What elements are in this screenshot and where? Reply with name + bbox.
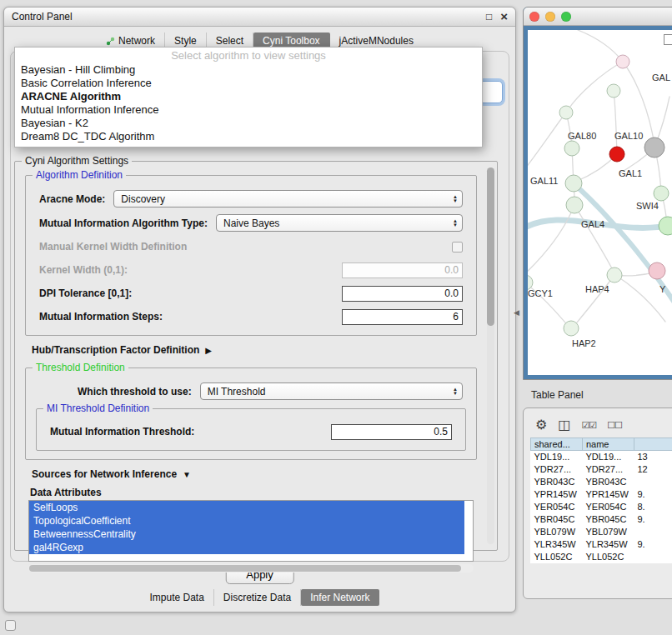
table-cell[interactable]: YLL052C <box>531 551 583 563</box>
algorithm-option-aracne-algorithm[interactable]: ARACNE Algorithm <box>15 90 482 103</box>
table-cell[interactable]: 9. <box>634 513 672 526</box>
table-row[interactable]: YBR043CYBR043C <box>531 476 672 488</box>
table-cell[interactable]: 12 <box>634 463 672 476</box>
table-cell[interactable]: YBR045C <box>531 513 583 526</box>
network-edge[interactable] <box>528 205 574 276</box>
manual-kernel-checkbox[interactable] <box>452 242 463 252</box>
network-edge[interactable] <box>614 91 617 152</box>
float-window-icon[interactable]: □ <box>486 11 492 22</box>
algorithm-option-dream8-dc-tdc-algorithm[interactable]: Dream8 DC_TDC Algorithm <box>15 130 482 143</box>
dpi-tolerance-input[interactable]: 0.0 <box>342 286 463 302</box>
network-node[interactable] <box>564 141 579 156</box>
table-cell[interactable]: YLR345W <box>531 538 583 551</box>
attribute-topologicalcoefficient[interactable]: TopologicalCoefficient <box>29 514 464 528</box>
algorithm-option-basic-correlation-inference[interactable]: Basic Correlation Inference <box>15 77 482 90</box>
hub-definition-section[interactable]: Hub/Transcription Factor Definition ▶ <box>32 344 470 356</box>
overview-box[interactable] <box>664 34 672 45</box>
settings-gear-icon[interactable]: ⚙ <box>535 418 547 432</box>
table-row[interactable]: YBL079WYBL079W <box>531 526 672 538</box>
table-cell[interactable]: 9. <box>634 488 672 501</box>
settings-scrollbar-thumb[interactable] <box>487 168 494 326</box>
table-cell[interactable]: YLL052C <box>582 551 634 563</box>
column-header[interactable]: name <box>582 438 634 451</box>
table-cell[interactable]: YBR043C <box>582 476 634 488</box>
close-button[interactable] <box>529 12 539 22</box>
dock-panel-icon[interactable] <box>5 620 16 631</box>
table-cell[interactable]: 8. <box>634 501 672 513</box>
network-canvas[interactable]: GALGAL80GAL10GAL11GAL1SWI4GAL4GCY1HAP4YH… <box>528 30 672 375</box>
network-edge[interactable] <box>578 30 623 62</box>
network-node[interactable] <box>607 84 620 98</box>
table-row[interactable]: YER054CYER054C8. <box>531 501 672 513</box>
table-cell[interactable] <box>634 551 672 563</box>
column-header[interactable] <box>634 438 672 451</box>
network-edge[interactable] <box>528 110 568 172</box>
attribute-betweennesscentrality[interactable]: BetweennessCentrality <box>29 528 464 541</box>
network-node[interactable] <box>564 321 579 336</box>
algorithm-option-mutual-information-inference[interactable]: Mutual Information Inference <box>15 103 482 117</box>
expand-right-icon[interactable]: ▶ <box>205 346 212 355</box>
network-node[interactable] <box>649 262 665 279</box>
mi-threshold-input[interactable]: 0.5 <box>331 424 452 440</box>
network-node[interactable] <box>654 186 669 201</box>
control-panel-titlebar[interactable]: Control Panel □ × <box>4 8 515 27</box>
table-cell[interactable]: YPR145W <box>582 488 634 501</box>
table-row[interactable]: YDR27...YDR27...12 <box>531 463 672 476</box>
mi-steps-input[interactable]: 6 <box>342 309 463 325</box>
panel-splitter-handle[interactable]: ◀ <box>514 308 519 317</box>
network-node[interactable] <box>659 217 672 235</box>
table-row[interactable]: YLL052CYLL052C <box>531 551 672 563</box>
columns-icon[interactable]: ◫ <box>558 418 570 432</box>
table-row[interactable]: YLR345WYLR345W9. <box>531 538 672 551</box>
minimize-button[interactable] <box>545 12 555 22</box>
aracne-mode-select[interactable]: Discovery ▲▼ <box>113 190 463 208</box>
network-node[interactable] <box>616 55 629 68</box>
table-cell[interactable]: 9. <box>634 538 672 551</box>
table-row[interactable]: YBR045CYBR045C9. <box>531 513 672 526</box>
table-cell[interactable] <box>634 526 672 538</box>
table-cell[interactable] <box>634 476 672 488</box>
bottom-tab-impute-data[interactable]: Impute Data <box>140 589 213 606</box>
mi-type-select[interactable]: Naive Bayes ▲▼ <box>216 214 463 232</box>
unselect-columns-icon[interactable]: ☐☐ <box>607 418 622 432</box>
table-cell[interactable]: YDR27... <box>582 463 634 476</box>
select-columns-icon[interactable]: ☑☑ <box>581 418 596 432</box>
kernel-width-input[interactable]: 0.0 <box>342 262 463 278</box>
attributes-hscrollbar[interactable] <box>28 564 474 572</box>
table-cell[interactable]: YLR345W <box>582 538 634 551</box>
table-cell[interactable]: YBL079W <box>531 526 583 538</box>
attributes-hscrollbar-thumb[interactable] <box>29 565 461 572</box>
table-cell[interactable]: YPR145W <box>531 488 583 501</box>
network-edge[interactable] <box>573 275 614 328</box>
algorithm-select-fragment[interactable] <box>479 81 503 103</box>
table-cell[interactable]: YDL19... <box>531 451 583 463</box>
table-row[interactable]: YPR145WYPR145W9. <box>531 488 672 501</box>
bottom-tab-infer-network[interactable]: Infer Network <box>301 589 379 606</box>
table-cell[interactable]: YDL19... <box>582 451 634 463</box>
which-threshold-select[interactable]: MI Threshold ▲▼ <box>200 382 463 400</box>
table-cell[interactable]: YBL079W <box>582 526 634 538</box>
table-cell[interactable]: YER054C <box>531 501 583 513</box>
attribute-selfloops[interactable]: SelfLoops <box>29 501 464 514</box>
table-cell[interactable]: YBR045C <box>582 513 634 526</box>
network-window-titlebar[interactable] <box>524 8 672 26</box>
table-cell[interactable]: YER054C <box>582 501 634 513</box>
network-node[interactable] <box>609 147 624 162</box>
network-node[interactable] <box>559 106 573 119</box>
table-cell[interactable]: YDR27... <box>531 463 583 476</box>
bottom-tab-discretize-data[interactable]: Discretize Data <box>214 589 301 606</box>
table-row[interactable]: YDL19...YDL19...13 <box>531 451 672 463</box>
zoom-button[interactable] <box>561 12 571 22</box>
algorithm-option-bayesian-k2[interactable]: Bayesian - K2 <box>15 117 482 130</box>
network-node[interactable] <box>607 268 622 282</box>
attribute-gal4rgexp[interactable]: gal4RGexp <box>29 541 464 554</box>
column-header[interactable]: shared... <box>531 438 583 451</box>
settings-scrollbar[interactable] <box>487 168 494 544</box>
close-window-icon[interactable]: × <box>500 12 508 22</box>
table-cell[interactable]: YBR043C <box>531 476 583 488</box>
algorithm-option-bayesian-hill-climbing[interactable]: Bayesian - Hill Climbing <box>15 63 482 77</box>
network-node[interactable] <box>644 138 664 158</box>
sources-section[interactable]: Sources for Network Inference ▼ <box>32 468 470 480</box>
collapse-down-icon[interactable]: ▼ <box>183 470 191 479</box>
network-node[interactable] <box>566 197 583 213</box>
